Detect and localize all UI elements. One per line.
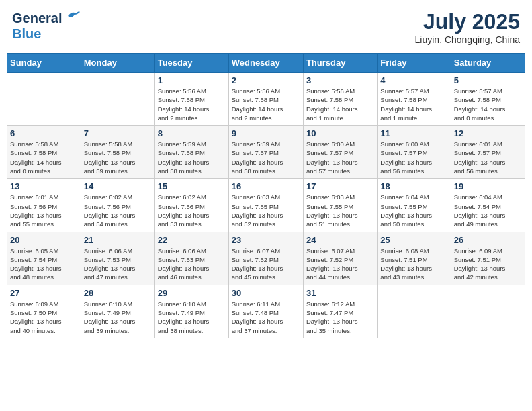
day-info: Sunrise: 6:03 AM Sunset: 7:55 PM Dayligh… xyxy=(232,193,300,228)
day-info: Sunrise: 5:58 AM Sunset: 7:58 PM Dayligh… xyxy=(10,140,78,175)
weekday-header: Monday xyxy=(81,54,154,73)
day-info: Sunrise: 6:00 AM Sunset: 7:57 PM Dayligh… xyxy=(380,140,447,175)
day-info: Sunrise: 6:02 AM Sunset: 7:56 PM Dayligh… xyxy=(84,193,152,228)
day-info: Sunrise: 5:56 AM Sunset: 7:58 PM Dayligh… xyxy=(232,87,300,122)
day-number: 7 xyxy=(84,128,152,138)
calendar-cell: 20Sunrise: 6:05 AM Sunset: 7:54 PM Dayli… xyxy=(7,232,81,285)
logo-text-area: General Blue xyxy=(12,9,81,42)
location: Liuyin, Chongqing, China xyxy=(415,34,520,45)
calendar-cell: 11Sunrise: 6:00 AM Sunset: 7:57 PM Dayli… xyxy=(378,126,451,179)
calendar-cell: 17Sunrise: 6:03 AM Sunset: 7:55 PM Dayli… xyxy=(303,179,377,232)
day-info: Sunrise: 6:06 AM Sunset: 7:53 PM Dayligh… xyxy=(84,246,152,282)
day-info: Sunrise: 6:06 AM Sunset: 7:53 PM Dayligh… xyxy=(158,246,226,282)
day-info: Sunrise: 6:02 AM Sunset: 7:56 PM Dayligh… xyxy=(158,193,226,228)
day-info: Sunrise: 5:57 AM Sunset: 7:58 PM Dayligh… xyxy=(454,87,522,122)
day-number: 20 xyxy=(10,235,78,245)
day-info: Sunrise: 6:11 AM Sunset: 7:48 PM Dayligh… xyxy=(232,300,300,335)
day-info: Sunrise: 6:10 AM Sunset: 7:49 PM Dayligh… xyxy=(158,300,226,335)
calendar-week-row: 27Sunrise: 6:09 AM Sunset: 7:50 PM Dayli… xyxy=(7,285,525,338)
day-info: Sunrise: 6:07 AM Sunset: 7:52 PM Dayligh… xyxy=(232,246,300,282)
logo-general: General xyxy=(12,11,62,26)
day-number: 18 xyxy=(380,181,447,191)
calendar-cell: 8Sunrise: 5:59 AM Sunset: 7:58 PM Daylig… xyxy=(154,126,228,179)
day-info: Sunrise: 6:01 AM Sunset: 7:56 PM Dayligh… xyxy=(10,193,78,228)
day-number: 3 xyxy=(306,75,374,85)
day-number: 25 xyxy=(380,235,447,245)
calendar-cell: 31Sunrise: 6:12 AM Sunset: 7:47 PM Dayli… xyxy=(303,285,377,338)
day-number: 28 xyxy=(84,288,152,298)
day-info: Sunrise: 5:58 AM Sunset: 7:58 PM Dayligh… xyxy=(84,140,152,175)
calendar-cell xyxy=(7,73,81,126)
day-number: 24 xyxy=(306,235,374,245)
day-info: Sunrise: 5:56 AM Sunset: 7:58 PM Dayligh… xyxy=(158,87,226,122)
calendar-week-row: 6Sunrise: 5:58 AM Sunset: 7:58 PM Daylig… xyxy=(7,126,525,179)
day-number: 17 xyxy=(306,181,374,191)
logo-blue: Blue xyxy=(12,26,41,41)
day-number: 1 xyxy=(158,75,226,85)
calendar-cell: 14Sunrise: 6:02 AM Sunset: 7:56 PM Dayli… xyxy=(81,179,154,232)
weekday-header: Saturday xyxy=(451,54,525,73)
calendar-cell: 23Sunrise: 6:07 AM Sunset: 7:52 PM Dayli… xyxy=(228,232,303,285)
calendar-cell: 6Sunrise: 5:58 AM Sunset: 7:58 PM Daylig… xyxy=(7,126,81,179)
calendar-cell: 22Sunrise: 6:06 AM Sunset: 7:53 PM Dayli… xyxy=(154,232,228,285)
day-info: Sunrise: 6:07 AM Sunset: 7:52 PM Dayligh… xyxy=(306,246,374,282)
calendar-cell: 5Sunrise: 5:57 AM Sunset: 7:58 PM Daylig… xyxy=(451,73,525,126)
calendar-cell: 13Sunrise: 6:01 AM Sunset: 7:56 PM Dayli… xyxy=(7,179,81,232)
day-number: 21 xyxy=(84,235,152,245)
day-number: 29 xyxy=(158,288,226,298)
day-number: 12 xyxy=(454,128,522,138)
calendar-table: SundayMondayTuesdayWednesdayThursdayFrid… xyxy=(7,53,525,338)
day-number: 27 xyxy=(10,288,78,298)
day-number: 15 xyxy=(158,181,226,191)
day-number: 13 xyxy=(10,181,78,191)
calendar-cell xyxy=(451,285,525,338)
day-info: Sunrise: 6:01 AM Sunset: 7:57 PM Dayligh… xyxy=(454,140,522,175)
calendar-cell: 27Sunrise: 6:09 AM Sunset: 7:50 PM Dayli… xyxy=(7,285,81,338)
calendar-cell: 2Sunrise: 5:56 AM Sunset: 7:58 PM Daylig… xyxy=(228,73,303,126)
calendar-cell: 28Sunrise: 6:10 AM Sunset: 7:49 PM Dayli… xyxy=(81,285,154,338)
day-number: 22 xyxy=(158,235,226,245)
calendar-week-row: 13Sunrise: 6:01 AM Sunset: 7:56 PM Dayli… xyxy=(7,179,525,232)
day-number: 6 xyxy=(10,128,78,138)
day-number: 5 xyxy=(454,75,522,85)
day-info: Sunrise: 6:09 AM Sunset: 7:50 PM Dayligh… xyxy=(10,300,78,335)
day-number: 8 xyxy=(158,128,226,138)
day-number: 16 xyxy=(232,181,300,191)
logo-bird-icon xyxy=(66,9,81,23)
calendar-cell: 3Sunrise: 5:56 AM Sunset: 7:58 PM Daylig… xyxy=(303,73,377,126)
day-number: 19 xyxy=(454,181,522,191)
day-info: Sunrise: 6:05 AM Sunset: 7:54 PM Dayligh… xyxy=(10,246,78,282)
day-number: 4 xyxy=(380,75,447,85)
day-number: 2 xyxy=(232,75,300,85)
calendar-cell: 10Sunrise: 6:00 AM Sunset: 7:57 PM Dayli… xyxy=(303,126,377,179)
day-number: 11 xyxy=(380,128,447,138)
day-info: Sunrise: 6:08 AM Sunset: 7:51 PM Dayligh… xyxy=(380,246,447,282)
day-info: Sunrise: 6:10 AM Sunset: 7:49 PM Dayligh… xyxy=(84,300,152,335)
calendar-cell: 25Sunrise: 6:08 AM Sunset: 7:51 PM Dayli… xyxy=(378,232,451,285)
calendar-cell xyxy=(378,285,451,338)
calendar-cell: 21Sunrise: 6:06 AM Sunset: 7:53 PM Dayli… xyxy=(81,232,154,285)
calendar-cell: 12Sunrise: 6:01 AM Sunset: 7:57 PM Dayli… xyxy=(451,126,525,179)
weekday-header: Tuesday xyxy=(154,54,228,73)
weekday-header: Wednesday xyxy=(228,54,303,73)
day-info: Sunrise: 6:04 AM Sunset: 7:54 PM Dayligh… xyxy=(454,193,522,228)
day-number: 14 xyxy=(84,181,152,191)
day-info: Sunrise: 5:57 AM Sunset: 7:58 PM Dayligh… xyxy=(380,87,447,122)
weekday-header-row: SundayMondayTuesdayWednesdayThursdayFrid… xyxy=(7,54,525,73)
day-info: Sunrise: 6:04 AM Sunset: 7:55 PM Dayligh… xyxy=(380,193,447,228)
calendar-cell: 29Sunrise: 6:10 AM Sunset: 7:49 PM Dayli… xyxy=(154,285,228,338)
weekday-header: Sunday xyxy=(7,54,81,73)
title-area: July 2025 Liuyin, Chongqing, China xyxy=(415,9,520,45)
calendar-cell: 18Sunrise: 6:04 AM Sunset: 7:55 PM Dayli… xyxy=(378,179,451,232)
day-info: Sunrise: 6:12 AM Sunset: 7:47 PM Dayligh… xyxy=(306,300,374,335)
month-title: July 2025 xyxy=(415,9,520,34)
logo: General Blue xyxy=(12,9,81,42)
day-number: 10 xyxy=(306,128,374,138)
calendar-cell xyxy=(81,73,154,126)
calendar-cell: 9Sunrise: 5:59 AM Sunset: 7:57 PM Daylig… xyxy=(228,126,303,179)
calendar-cell: 1Sunrise: 5:56 AM Sunset: 7:58 PM Daylig… xyxy=(154,73,228,126)
weekday-header: Thursday xyxy=(303,54,377,73)
day-info: Sunrise: 6:09 AM Sunset: 7:51 PM Dayligh… xyxy=(454,246,522,282)
day-info: Sunrise: 6:03 AM Sunset: 7:55 PM Dayligh… xyxy=(306,193,374,228)
calendar-cell: 16Sunrise: 6:03 AM Sunset: 7:55 PM Dayli… xyxy=(228,179,303,232)
